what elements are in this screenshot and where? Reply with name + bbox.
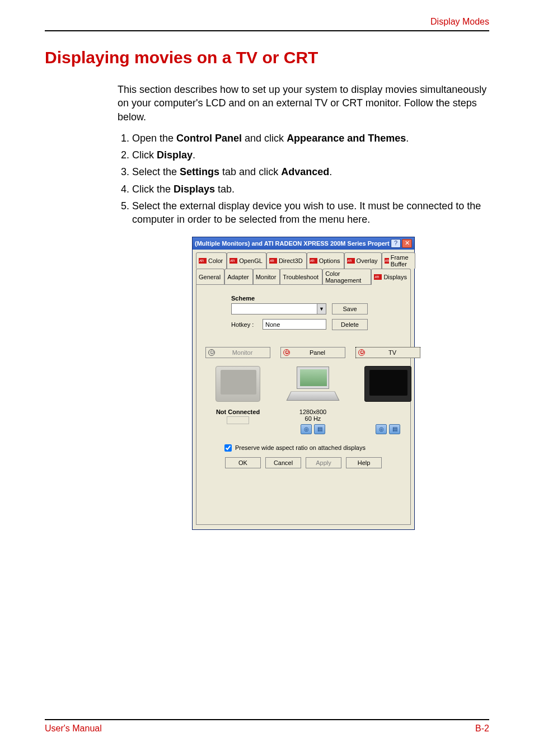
scheme-combobox[interactable]: ▼ [231, 303, 326, 314]
scheme-label: Scheme [231, 295, 405, 302]
hotkey-input[interactable] [263, 319, 326, 330]
tab-colormgmt[interactable]: Color Management [322, 269, 371, 285]
apply-button[interactable]: Apply [306, 457, 341, 468]
body-column: This section describes how to set up you… [118, 83, 489, 530]
dialog-footer: OK Cancel Apply Help [202, 452, 405, 468]
ati-icon [385, 258, 389, 264]
tab-direct3d[interactable]: Direct3D [266, 252, 307, 269]
connector-icon [227, 416, 249, 424]
tab-framebuffer[interactable]: Frame Buffer [382, 252, 416, 269]
config-icon[interactable]: ▤ [314, 424, 325, 434]
step-3: Select the Settings tab and click Advanc… [132, 165, 489, 179]
ati-icon [347, 258, 355, 264]
step-5: Select the external display device you w… [132, 199, 489, 227]
scheme-delete-button[interactable]: Delete [332, 319, 368, 330]
steps-list: Open the Control Panel and click Appeara… [118, 132, 489, 227]
top-rule [45, 30, 489, 31]
document-page: Display Modes Displaying movies on a TV … [0, 0, 534, 756]
panel-label: Panel [292, 349, 343, 356]
ati-icon [310, 258, 317, 264]
power-icon: ⏻ [283, 349, 290, 356]
page-title: Displaying movies on a TV or CRT [45, 48, 489, 67]
ati-icon [199, 258, 207, 264]
tab-displays[interactable]: Displays [371, 269, 411, 285]
properties-dialog: (Multiple Monitors) and ATI RADEON XPRES… [192, 237, 415, 530]
page-footer: User's Manual B-2 [45, 719, 489, 734]
tab-troubleshoot[interactable]: Troubleshoot [280, 269, 322, 285]
preserve-aspect-label: Preserve wide aspect ratio on attached d… [235, 444, 366, 451]
footer-right: B-2 [475, 724, 489, 734]
monitor-header-button[interactable]: ⏻ Monitor [205, 347, 270, 358]
tab-monitor[interactable]: Monitor [253, 269, 280, 285]
chevron-down-icon: ▼ [317, 304, 326, 314]
tab-options[interactable]: Options [307, 252, 344, 269]
tv-header-button[interactable]: ⏻ TV [355, 347, 420, 358]
target-icon[interactable]: ◎ [376, 424, 387, 434]
preserve-aspect-checkbox-row[interactable]: Preserve wide aspect ratio on attached d… [224, 444, 405, 452]
display-tv: ⏻ TV ◎ ▤ [355, 347, 420, 434]
ati-icon [269, 258, 277, 264]
dialog-titlebar: (Multiple Monitors) and ATI RADEON XPRES… [193, 237, 414, 250]
panel-image [286, 361, 340, 406]
tabs-row-1: Color OpenGL Direct3D Options Overlay Fr… [196, 252, 411, 268]
section-header: Display Modes [45, 17, 489, 27]
display-devices-row: ⏻ Monitor Not Connected ⏻ [205, 347, 405, 434]
tabs-row-2: General Adapter Monitor Troubleshoot Col… [196, 268, 411, 284]
tab-adapter[interactable]: Adapter [224, 269, 253, 285]
dialog-screenshot: (Multiple Monitors) and ATI RADEON XPRES… [192, 237, 415, 530]
monitor-status: Not Connected [216, 408, 260, 415]
ok-button[interactable]: OK [225, 457, 261, 468]
bottom-rule [45, 719, 489, 720]
cancel-button[interactable]: Cancel [265, 457, 301, 468]
target-icon[interactable]: ◎ [301, 424, 312, 434]
close-button[interactable]: ✕ [402, 239, 412, 248]
preserve-aspect-checkbox[interactable] [224, 444, 232, 452]
help-button[interactable]: ? [391, 239, 401, 248]
tab-color[interactable]: Color [196, 252, 227, 269]
display-panel: ⏻ Panel 1280x800 60 Hz ◎ [280, 347, 345, 434]
power-icon: ⏻ [358, 349, 365, 356]
intro-paragraph: This section describes how to set up you… [118, 83, 489, 124]
dialog-title: (Multiple Monitors) and ATI RADEON XPRES… [195, 240, 390, 247]
scheme-group: Scheme ▼ Save Hotkey : Delete [231, 295, 405, 330]
power-icon: ⏻ [208, 349, 215, 356]
step-4: Click the Displays tab. [132, 182, 489, 196]
config-icon[interactable]: ▤ [389, 424, 400, 434]
footer-left: User's Manual [45, 724, 102, 734]
ati-icon [374, 274, 382, 280]
tv-label: TV [367, 349, 418, 356]
display-monitor: ⏻ Monitor Not Connected [205, 347, 270, 434]
tab-general[interactable]: General [196, 269, 224, 285]
panel-header-button[interactable]: ⏻ Panel [280, 347, 345, 358]
tab-opengl[interactable]: OpenGL [227, 252, 266, 269]
monitor-label: Monitor [217, 349, 268, 356]
help-button[interactable]: Help [346, 457, 382, 468]
step-2: Click Display. [132, 148, 489, 162]
hotkey-label: Hotkey : [231, 321, 257, 328]
displays-tab-panel: Scheme ▼ Save Hotkey : Delete [196, 284, 411, 525]
dialog-body: Color OpenGL Direct3D Options Overlay Fr… [193, 250, 414, 529]
step-1: Open the Control Panel and click Appeara… [132, 132, 489, 145]
tv-image [361, 361, 415, 406]
panel-resolution: 1280x800 60 Hz [299, 408, 326, 422]
monitor-image [211, 361, 265, 406]
tab-overlay[interactable]: Overlay [344, 252, 382, 269]
ati-icon [229, 258, 237, 264]
scheme-save-button[interactable]: Save [332, 303, 368, 314]
